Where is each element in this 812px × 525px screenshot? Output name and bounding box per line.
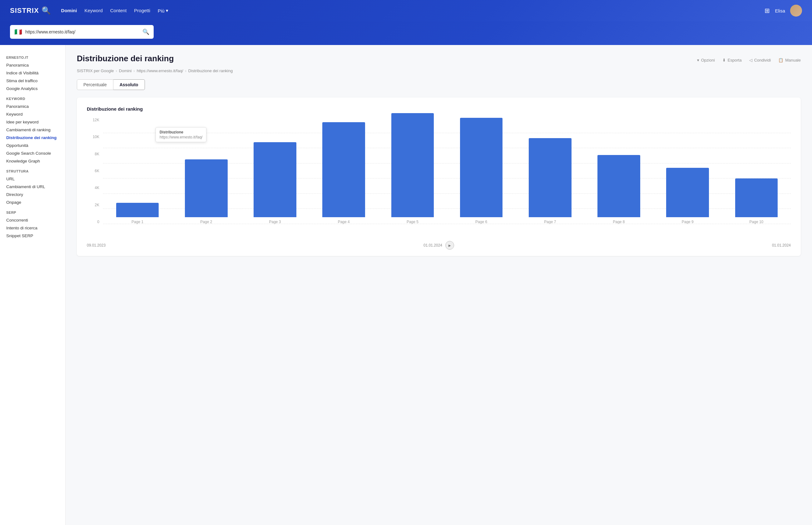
y-label-4k: 4K xyxy=(87,185,102,190)
toolbar-export-label: Esporta xyxy=(728,58,742,62)
y-label-0: 0 xyxy=(87,220,102,224)
sidebar-item-url[interactable]: URL xyxy=(0,175,65,183)
bar-page-9[interactable] xyxy=(666,168,709,217)
x-label-page-2: Page 2 xyxy=(200,220,212,224)
country-flag: 🇮🇹 xyxy=(14,28,22,35)
sidebar-item-idee[interactable]: Idee per keyword xyxy=(0,118,65,126)
chart-area: 0 2K 4K 6K 8K 10K 12K Distribuzione http… xyxy=(87,118,791,237)
header-left: SISTRIX 🔍 Domini Keyword Content Progett… xyxy=(10,6,168,15)
bar-page-7[interactable] xyxy=(529,138,572,217)
sidebar-item-analytics[interactable]: Google Analytics xyxy=(0,85,65,92)
sidebar-keyword-title: KEYWORD xyxy=(0,92,65,103)
sidebar-item-visibilita[interactable]: Indice di Visibilità xyxy=(0,69,65,77)
sidebar-item-cambiamenti[interactable]: Cambiamenti di ranking xyxy=(0,126,65,134)
sidebar-struttura-title: STRUTTURA xyxy=(0,165,65,175)
sidebar-item-directory[interactable]: Directory xyxy=(0,191,65,198)
play-button[interactable]: ▶ xyxy=(446,241,454,250)
bar-page-10[interactable] xyxy=(735,178,778,217)
toolbar-options[interactable]: ▾ Opzioni xyxy=(697,58,715,62)
chevron-down-icon: ▾ xyxy=(697,58,699,62)
bar-group-2: Page 2 xyxy=(172,160,240,224)
y-label-2k: 2K xyxy=(87,203,102,207)
chart-bars: Page 1Page 2Page 3Page 4Page 5Page 6Page… xyxy=(87,118,791,224)
page-title: Distribuzione dei ranking xyxy=(77,54,174,63)
toolbar-export[interactable]: ⬇ Esporta xyxy=(722,58,742,62)
sidebar: ERNESTO.IT Panoramica Indice di Visibili… xyxy=(0,45,66,525)
sidebar-item-distribuzione[interactable]: Distribuzione dei ranking xyxy=(0,134,65,141)
search-icon[interactable]: 🔍 xyxy=(142,28,149,35)
nav-more[interactable]: Più ▾ xyxy=(158,8,168,13)
breadcrumb-sep-2: › xyxy=(134,69,135,73)
nav-domini[interactable]: Domini xyxy=(61,8,77,13)
sidebar-item-knowledge[interactable]: Knowledge Graph xyxy=(0,157,65,165)
x-label-page-5: Page 5 xyxy=(407,220,419,224)
grid-icon[interactable]: ⊞ xyxy=(765,7,770,14)
toolbar-options-label: Opzioni xyxy=(701,58,715,62)
toolbar-manual[interactable]: 📋 Manuale xyxy=(778,58,801,62)
bar-group-4: Page 4 xyxy=(310,122,378,224)
sidebar-serp-title: SERP xyxy=(0,206,65,216)
bar-group-8: Page 8 xyxy=(584,155,653,224)
sidebar-item-traffico[interactable]: Stima del traffico xyxy=(0,77,65,85)
bar-page-2[interactable] xyxy=(185,160,228,217)
bar-page-8[interactable] xyxy=(597,155,640,217)
breadcrumb-current: Distribuzione dei ranking xyxy=(188,69,233,73)
breadcrumb: SISTRIX per Google › Domini › https://ww… xyxy=(77,69,801,73)
avatar[interactable] xyxy=(790,5,802,17)
sidebar-item-onpage[interactable]: Onpage xyxy=(0,198,65,206)
nav-progetti[interactable]: Progetti xyxy=(134,8,150,13)
page-header-row: Distribuzione dei ranking ▾ Opzioni ⬇ Es… xyxy=(77,54,801,66)
sidebar-item-keyword[interactable]: Keyword xyxy=(0,110,65,118)
x-label-page-10: Page 10 xyxy=(750,220,764,224)
bar-group-10: Page 10 xyxy=(722,178,791,224)
tab-percentuale[interactable]: Percentuale xyxy=(77,79,113,90)
chart-title: Distribuzione dei ranking xyxy=(87,106,791,111)
timeline-center: 01.01.2024 ▶ xyxy=(423,241,454,250)
chevron-down-icon: ▾ xyxy=(166,8,168,13)
bar-page-4[interactable] xyxy=(322,122,365,217)
nav-content[interactable]: Content xyxy=(110,8,127,13)
logo-text: SISTRIX xyxy=(10,6,39,15)
logo[interactable]: SISTRIX 🔍 xyxy=(10,6,51,15)
x-label-page-8: Page 8 xyxy=(613,220,625,224)
x-label-page-7: Page 7 xyxy=(544,220,556,224)
chart-timeline: 09.01.2023 01.01.2024 ▶ 01.01.2024 xyxy=(87,237,791,250)
sidebar-item-cambiamenti-url[interactable]: Cambiamenti di URL xyxy=(0,183,65,191)
timeline-end-date: 01.01.2024 xyxy=(772,243,791,247)
x-label-page-9: Page 9 xyxy=(682,220,693,224)
share-icon: ◁ xyxy=(749,58,752,62)
sidebar-item-panoramica-kw[interactable]: Panoramica xyxy=(0,103,65,110)
book-icon: 📋 xyxy=(778,58,783,62)
sidebar-item-intento[interactable]: Intento di ricerca xyxy=(0,224,65,232)
bar-page-3[interactable] xyxy=(254,142,296,217)
search-bar-container: 🇮🇹 🔍 xyxy=(0,21,812,45)
user-name: Elisa xyxy=(775,8,785,13)
header-right: ⊞ Elisa xyxy=(765,5,802,17)
search-input[interactable] xyxy=(25,29,139,34)
toolbar-share[interactable]: ◁ Condividi xyxy=(749,58,771,62)
chart-card: Distribuzione dei ranking 0 2K 4K xyxy=(77,97,801,256)
bar-group-9: Page 9 xyxy=(653,168,722,224)
bar-group-7: Page 7 xyxy=(516,138,584,224)
sidebar-item-panoramica-site[interactable]: Panoramica xyxy=(0,61,65,69)
sidebar-item-opportunita[interactable]: Opportunità xyxy=(0,141,65,149)
search-bar: 🇮🇹 🔍 xyxy=(10,25,154,39)
tab-assoluto[interactable]: Assoluto xyxy=(113,79,145,90)
y-label-6k: 6K xyxy=(87,169,102,173)
download-icon: ⬇ xyxy=(722,58,726,62)
bar-group-3: Page 3 xyxy=(240,142,309,224)
breadcrumb-sistrix[interactable]: SISTRIX per Google xyxy=(77,69,114,73)
breadcrumb-url[interactable]: https://www.ernesto.it/faq/ xyxy=(137,69,183,73)
y-label-10k: 10K xyxy=(87,135,102,139)
y-label-12k: 12K xyxy=(87,118,102,122)
breadcrumb-domini[interactable]: Domini xyxy=(119,69,131,73)
sidebar-item-snippet[interactable]: Snippet SERP xyxy=(0,232,65,240)
nav-keyword[interactable]: Keyword xyxy=(84,8,103,13)
sidebar-item-concorrenti[interactable]: Concorrenti xyxy=(0,216,65,224)
sidebar-item-gsc[interactable]: Google Search Console xyxy=(0,149,65,157)
y-axis: 0 2K 4K 6K 8K 10K 12K xyxy=(87,118,102,224)
x-label-page-1: Page 1 xyxy=(131,220,143,224)
bar-page-6[interactable] xyxy=(460,118,503,217)
bar-page-5[interactable] xyxy=(391,113,434,217)
bar-page-1[interactable] xyxy=(116,203,159,217)
